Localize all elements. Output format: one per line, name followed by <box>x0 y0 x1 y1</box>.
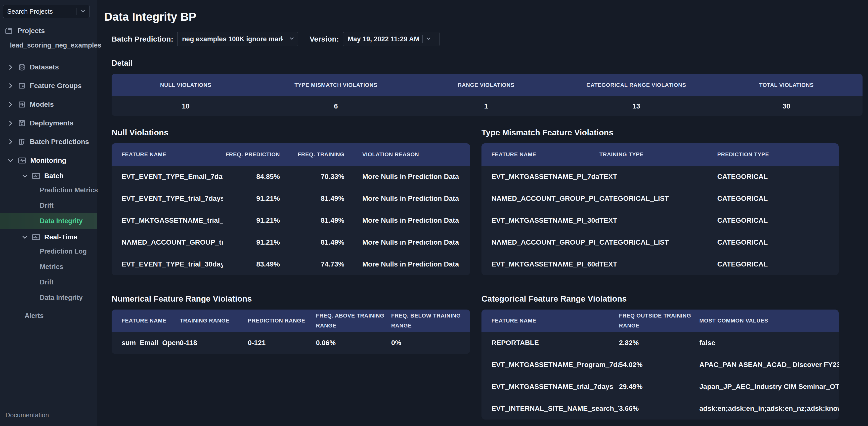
sidebar-item-data-integrity-batch[interactable]: Data Integrity <box>0 213 97 229</box>
type-mismatch-table: FEATURE NAMETRAINING TYPEPREDICTION TYPE… <box>482 143 839 275</box>
table-cell: More Nulls in Prediction Data <box>346 260 470 268</box>
header-cell: FREQ. BELOW TRAINING RANGE <box>391 311 470 331</box>
header-cell: MOST COMMON VALUES <box>700 316 839 326</box>
table-cell: 81.49% <box>282 217 346 224</box>
table-cell: More Nulls in Prediction Data <box>346 195 470 203</box>
header-cell: PREDICTION RANGE <box>248 316 316 326</box>
table-cell: Japan_JP_AEC_Industry CIM Seminar_OT_505… <box>700 383 839 391</box>
sidebar-item-label: Real-Time <box>44 233 77 241</box>
sidebar-item-feature-groups[interactable]: Feature Groups <box>0 79 97 92</box>
table-header-row: FEATURE NAMETRAINING RANGEPREDICTION RAN… <box>112 310 470 332</box>
table-cell: EVT_EVENT_TYPE_trial_30days <box>112 260 223 268</box>
type-mismatch-section: Type Mismatch Feature Violations FEATURE… <box>482 128 839 275</box>
header-cell: TRAINING RANGE <box>180 316 248 326</box>
sidebar-item-prediction-log[interactable]: Prediction Log <box>0 244 97 259</box>
sidebar-nav: Projects lead_scoring_neg_examples Datas… <box>0 18 97 322</box>
feature-groups-icon <box>18 82 26 90</box>
table-body: EVT_MKTGASSETNAME_PI_7daysTEXTCATEGORICA… <box>482 166 839 275</box>
version-select[interactable]: May 19, 2022 11:29 AM <box>343 32 439 46</box>
header-cell: PREDICTION TYPE <box>717 149 839 160</box>
table-cell: EVT_MKTGASSETNAME_PI_7days <box>482 173 599 181</box>
sidebar-project-name[interactable]: lead_scoring_neg_examples <box>0 40 97 51</box>
table-cell: 84.85% <box>223 173 282 181</box>
table-header-row: FEATURE NAMEFREQ. PREDICTIONFREQ. TRAINI… <box>112 143 470 166</box>
chevron-down-icon <box>289 35 295 42</box>
table-row: EVT_MKTGASSETNAME_Program_7days54.02%APA… <box>482 354 839 376</box>
sidebar-item-data-integrity-realtime[interactable]: Data Integrity <box>0 290 97 305</box>
table-cell: EVT_EVENT_TYPE_Email_7days <box>112 173 223 181</box>
table-row: EVT_MKTGASSETNAME_trial_7days29.49%Japan… <box>482 376 839 398</box>
table-cell: APAC_PAN ASEAN_ACAD_ Discover FY23Q1_ASM <box>700 361 839 369</box>
sidebar-item-projects[interactable]: Projects <box>0 24 97 37</box>
sidebar-item-deployments[interactable]: Deployments <box>0 117 97 130</box>
sidebar-item-drift-realtime[interactable]: Drift <box>0 275 97 290</box>
sidebar-item-batch[interactable]: Batch <box>0 169 97 182</box>
sidebar: Projects lead_scoring_neg_examples Datas… <box>0 0 97 426</box>
sidebar-item-label: Monitoring <box>30 157 66 165</box>
sidebar-item-prediction-metrics[interactable]: Prediction Metrics <box>0 182 97 198</box>
table-body: 10611330 <box>112 96 863 116</box>
documentation-link[interactable]: Documentation <box>5 411 49 419</box>
table-cell: CATEGORICAL <box>717 260 839 268</box>
table-cell: 81.49% <box>282 238 346 246</box>
chevron-right-icon <box>7 120 14 127</box>
batch-prediction-select[interactable]: neg examples 100K ignore marketo f... <box>177 32 298 46</box>
table-cell: 70.33% <box>282 173 346 181</box>
version-label: Version: <box>309 35 339 43</box>
divider <box>422 35 423 43</box>
sidebar-item-models[interactable]: Models <box>0 98 97 111</box>
table-cell: 91.21% <box>223 195 282 203</box>
sidebar-item-label: Deployments <box>30 119 73 127</box>
table-cell: EVT_MKTGASSETNAME_PI_60days <box>482 260 599 268</box>
sidebar-item-drift-batch[interactable]: Drift <box>0 198 97 213</box>
null-violations-table: FEATURE NAMEFREQ. PREDICTIONFREQ. TRAINI… <box>112 143 470 275</box>
table-cell: CATEGORICAL <box>717 195 839 203</box>
table-cell: CATEGORICAL_LIST <box>599 238 717 246</box>
sidebar-item-label: Feature Groups <box>30 82 82 90</box>
table-cell: 0.06% <box>316 339 391 347</box>
sidebar-item-real-time[interactable]: Real-Time <box>0 231 97 244</box>
table-cell: adsk:en;adsk:en_in;adsk:en_nz;adsk:knowl… <box>700 405 839 413</box>
table-cell: CATEGORICAL <box>717 238 839 246</box>
sidebar-item-datasets[interactable]: Datasets <box>0 61 97 74</box>
table-cell: More Nulls in Prediction Data <box>346 238 470 246</box>
table-cell: 30 <box>712 102 863 110</box>
chevron-right-icon <box>7 64 14 71</box>
sidebar-item-alerts[interactable]: Alerts <box>0 309 97 322</box>
header-cell: FREQ. TRAINING <box>282 149 346 160</box>
table-cell: NAMED_ACCOUNT_GROUP_PI_30days <box>482 238 599 246</box>
table-cell: 0-118 <box>180 339 248 347</box>
header-cell: FREQ OUTSIDE TRAINING RANGE <box>619 311 699 331</box>
monitor-pulse-icon <box>32 233 40 241</box>
table-cell: 83.49% <box>223 260 282 268</box>
table-cell: NAMED_ACCOUNT_GROUP_trial_7days <box>112 238 223 246</box>
null-violations-title: Null Violations <box>112 128 470 137</box>
chevron-down-icon <box>21 234 28 240</box>
table-cell: 81.49% <box>282 195 346 203</box>
table-cell: EVT_MKTGASSETNAME_PI_30days <box>482 217 599 224</box>
search-input[interactable] <box>7 8 73 16</box>
sidebar-item-batch-predictions[interactable]: Batch Predictions <box>0 135 97 148</box>
chevron-down-icon <box>426 35 432 42</box>
table-row: EVT_MKTGASSETNAME_PI_30daysTEXTCATEGORIC… <box>482 209 839 231</box>
batch-prediction-label: Batch Prediction: <box>112 35 173 43</box>
main-content: Data Integrity BP Batch Prediction: neg … <box>97 0 868 426</box>
table-row: EVT_INTERNAL_SITE_NAME_search_7days3.66%… <box>482 398 839 420</box>
type-mismatch-title: Type Mismatch Feature Violations <box>482 128 839 137</box>
table-cell: EVT_INTERNAL_SITE_NAME_search_7days <box>482 405 619 413</box>
table-cell: 3.66% <box>619 405 699 413</box>
table-cell: NAMED_ACCOUNT_GROUP_PI_7days <box>482 195 599 203</box>
table-cell: false <box>700 339 839 347</box>
sidebar-item-metrics[interactable]: Metrics <box>0 259 97 275</box>
chevron-right-icon <box>7 101 14 108</box>
header-cell: TYPE MISMATCH VIOLATIONS <box>262 80 412 90</box>
table-cell: EVT_MKTGASSETNAME_Program_7days <box>482 361 619 369</box>
table-row: sum_Email_Opened_70-1180-1210.06%0% <box>112 332 470 354</box>
search-projects-select[interactable] <box>3 5 90 18</box>
sidebar-item-monitoring[interactable]: Monitoring <box>0 154 97 167</box>
table-row: NAMED_ACCOUNT_GROUP_trial_7days91.21%81.… <box>112 231 470 253</box>
chevron-right-icon <box>7 138 14 145</box>
violations-grid: Null Violations FEATURE NAMEFREQ. PREDIC… <box>112 128 863 420</box>
controls-row: Batch Prediction: neg examples 100K igno… <box>112 32 863 46</box>
header-cell: TRAINING TYPE <box>599 149 717 160</box>
